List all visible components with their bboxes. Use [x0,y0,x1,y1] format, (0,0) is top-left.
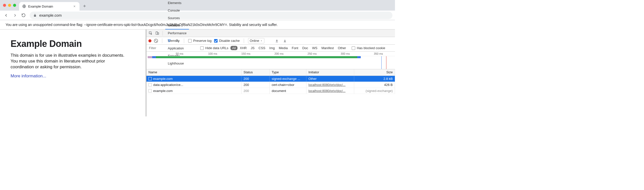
filter-chip-ws[interactable]: WS [310,46,319,50]
timeline-tick: 200 ms [274,52,284,55]
filter-chip-doc[interactable]: Doc [301,46,310,50]
devtools-tab-console[interactable]: Console [165,7,189,14]
timeline-tick: 300 ms [341,52,350,55]
hide-data-urls-label: Hide data URLs [205,46,228,50]
request-row[interactable]: example.com200documentlocalhost:8080/pri… [146,88,395,94]
address-bar[interactable]: example.com [30,12,392,19]
col-status[interactable]: Status [242,69,270,76]
throttling-select[interactable]: Online [248,38,265,43]
filter-chip-xhr[interactable]: XHR [238,46,248,50]
url-text: example.com [39,13,62,17]
devtools-tabbar: ElementsConsoleSourcesNetworkPerformance… [146,29,395,37]
active-tab[interactable]: Example Domain [19,2,79,11]
download-har-icon[interactable] [282,38,288,44]
minimize-window-button[interactable] [8,4,11,7]
inspect-element-icon[interactable] [148,30,153,36]
filter-chip-js[interactable]: JS [249,46,256,50]
page-heading: Example Domain [11,39,137,49]
devtools-tab-sources[interactable]: Sources [165,14,189,22]
timeline-tick: 250 ms [308,52,317,55]
file-icon [148,77,152,80]
network-timeline[interactable]: 50 ms100 ms150 ms200 ms250 ms300 ms350 m… [146,52,395,69]
disable-cache-checkbox[interactable]: Disable cache [214,39,240,43]
col-name[interactable]: Name [146,69,242,76]
svg-rect-1 [34,15,36,16]
chevron-down-icon [260,40,263,42]
request-row[interactable]: example.com200signed-exchange ...Other2.… [146,76,395,82]
more-info-link[interactable]: More information... [11,74,46,78]
timeline-tick: 350 ms [374,52,383,55]
page-paragraph: This domain is for use in illustrative e… [11,53,129,70]
back-button[interactable] [3,12,10,19]
browser-tabstrip: Example Domain [0,0,395,11]
throttling-value: Online [250,39,259,43]
preserve-log-label: Preserve log [193,39,212,43]
col-initiator[interactable]: Initiator [306,69,354,76]
filter-chip-manifest[interactable]: Manifest [320,46,336,50]
filter-chip-other[interactable]: Other [336,46,348,50]
maximize-window-button[interactable] [13,4,16,7]
tab-title: Example Domain [28,5,70,8]
col-size[interactable]: Size [354,69,395,76]
file-icon [148,83,152,86]
record-button[interactable] [148,39,151,42]
hide-data-urls-checkbox[interactable]: Hide data URLs [200,46,228,50]
close-tab-icon[interactable] [72,4,76,8]
page-content: Example Domain This domain is for use in… [0,29,146,116]
disable-cache-label: Disable cache [219,39,240,43]
clear-button[interactable] [154,39,158,43]
svg-rect-3 [156,32,158,35]
upload-har-icon[interactable] [274,38,279,44]
filter-chip-img[interactable]: Img [268,46,277,50]
timeline-tick: 100 ms [208,52,217,55]
lock-icon [33,14,37,17]
devtools-tab-performance[interactable]: Performance [165,29,189,37]
network-filterbar: Hide data URLs AllXHRJSCSSImgMediaFontDo… [146,45,395,52]
devtools-tab-network[interactable]: Network [165,22,189,29]
globe-icon [22,4,26,8]
filter-chip-css[interactable]: CSS [257,46,267,50]
request-table-header: Name Status Type Initiator Size [146,69,395,76]
devtools-panel: ElementsConsoleSourcesNetworkPerformance… [146,29,395,116]
close-window-button[interactable] [3,4,6,7]
timeline-tick: 150 ms [241,52,250,55]
svg-point-5 [176,40,178,42]
forward-button[interactable] [11,12,19,19]
filter-chip-media[interactable]: Media [277,46,289,50]
filter-icon[interactable] [166,38,172,44]
new-tab-button[interactable] [81,3,88,10]
request-row[interactable]: data:application/ce...200cert-chain+cbor… [146,82,395,88]
blocked-cookies-checkbox[interactable]: Has blocked cookie [352,46,385,50]
reload-button[interactable] [20,12,27,19]
col-type[interactable]: Type [270,69,306,76]
search-icon[interactable] [174,38,180,44]
filter-input[interactable] [148,46,198,50]
filter-chip-font[interactable]: Font [290,46,300,50]
infobar-warning: You are using an unsupported command-lin… [0,20,395,29]
devtools-tab-elements[interactable]: Elements [165,0,189,7]
filter-chip-all[interactable]: All [230,46,237,50]
file-icon [148,89,152,92]
svg-rect-4 [158,33,159,34]
preserve-log-checkbox[interactable]: Preserve log [188,39,212,43]
network-toolbar: Preserve log Disable cache Online [146,37,395,45]
timeline-tick: 50 ms [176,52,183,55]
blocked-cookies-label: Has blocked cookie [357,46,385,50]
window-controls [2,0,19,11]
device-toolbar-icon[interactable] [154,30,160,36]
browser-toolbar: example.com [0,11,395,20]
